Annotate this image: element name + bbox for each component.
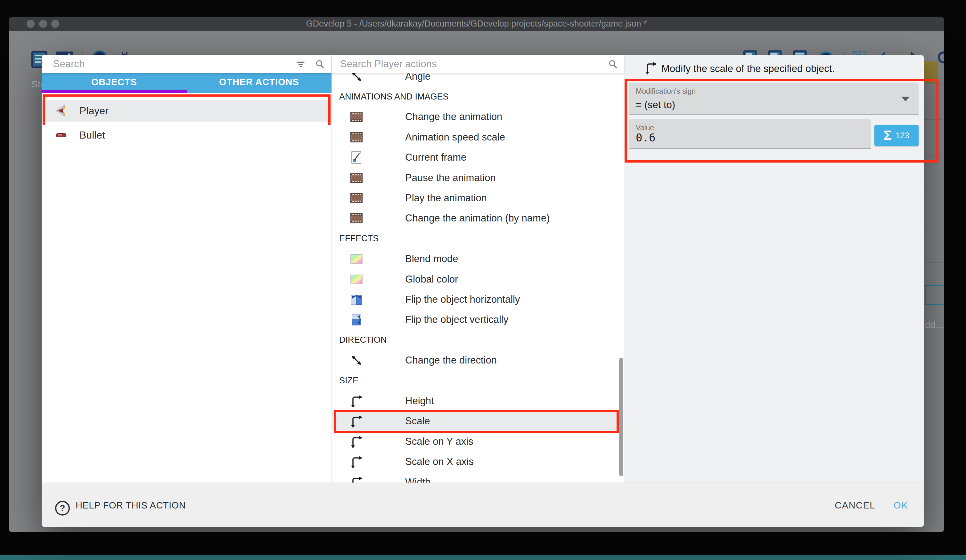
title-bar: GDevelop 5 - /Users/dkarakay/Documents/G… [9, 16, 944, 31]
value-input[interactable]: Value 0.6 [629, 119, 871, 149]
section-header: ANIMATIONS AND IMAGES [332, 87, 618, 106]
object-search-bar[interactable]: Search [42, 55, 332, 73]
action-item[interactable]: Width [332, 472, 618, 483]
object-selector-panel: Search OBJECTS OTHER ACTIONS Player Bull… [42, 55, 332, 483]
section-header: SIZE [332, 370, 618, 391]
player-ship-icon [54, 103, 69, 118]
background-add-text: dd... [925, 319, 944, 330]
color-icon [350, 272, 363, 287]
action-list-panel: Search Player actions Angle ANIMATIONS A… [332, 55, 624, 483]
search-icon [314, 59, 326, 70]
action-item[interactable]: Blend mode [332, 249, 618, 269]
film-icon [350, 171, 363, 185]
action-item[interactable]: Animation speed scale [332, 127, 618, 147]
expression-editor-button[interactable]: Σ 123 [874, 125, 918, 146]
dialog-footer: ? HELP FOR THIS ACTION CANCEL OK [42, 483, 924, 527]
size-icon [350, 414, 363, 428]
action-item[interactable]: Scale on Y axis [332, 431, 618, 452]
window-title: GDevelop 5 - /Users/dkarakay/Documents/G… [9, 16, 944, 31]
frame-icon [350, 151, 363, 164]
expression-button-label: 123 [895, 131, 909, 141]
background-event-sheet: dd... [924, 47, 944, 532]
film-icon [350, 211, 363, 225]
field-value: = (set to) [636, 99, 675, 111]
film-icon [350, 110, 363, 124]
size-icon [350, 394, 363, 408]
size-icon [350, 435, 363, 449]
section-header: EFFECTS [332, 228, 618, 249]
action-item[interactable]: Global color [332, 269, 618, 289]
field-label: Modification's sign [636, 87, 696, 96]
film-icon [350, 191, 363, 205]
film-icon [350, 130, 363, 144]
object-tabs: OBJECTS OTHER ACTIONS [42, 73, 332, 93]
chevron-down-icon[interactable] [901, 97, 910, 102]
action-item[interactable]: Change the direction [332, 350, 618, 370]
background-selected-action [924, 61, 938, 83]
object-item[interactable]: Player [42, 100, 332, 121]
direction-icon [350, 353, 363, 367]
bullet-icon [54, 128, 69, 142]
sigma-icon: Σ [884, 128, 892, 143]
action-item[interactable]: Flip the object horizontally [332, 289, 618, 309]
action-search-input[interactable]: Search Player actions [340, 55, 437, 73]
object-search-input[interactable]: Search [53, 55, 85, 73]
action-search-bar[interactable]: Search Player actions [332, 55, 624, 73]
action-parameters-panel: Modify the scale of the specified object… [624, 55, 924, 483]
action-item[interactable]: Change the animation (by name) [332, 208, 618, 228]
size-icon [350, 455, 363, 469]
action-item[interactable]: Angle [332, 73, 618, 87]
ok-button[interactable]: OK [894, 500, 908, 511]
action-item[interactable]: Scale on X axis [332, 452, 618, 472]
angle-icon [350, 73, 363, 84]
size-icon [350, 475, 363, 483]
tab-other-actions[interactable]: OTHER ACTIONS [187, 73, 332, 93]
blend-icon [350, 252, 363, 266]
action-item[interactable]: Play the animation [332, 188, 618, 208]
background-add-action-outline [925, 285, 944, 305]
search-icon [607, 59, 619, 70]
scrollbar-thumb[interactable] [619, 358, 623, 476]
action-editor-dialog: Search OBJECTS OTHER ACTIONS Player Bull… [42, 55, 924, 527]
desktop-edge [0, 555, 966, 560]
object-item[interactable]: Bullet [42, 125, 332, 145]
action-item[interactable]: Height [332, 391, 618, 411]
field-label: Value [636, 123, 654, 132]
action-description: Modify the scale of the specified object… [661, 55, 835, 83]
field-value[interactable]: 0.6 [636, 131, 656, 144]
section-header: DIRECTION [332, 330, 618, 350]
action-item[interactable]: Current frame [332, 147, 618, 168]
help-icon[interactable]: ? [55, 501, 70, 516]
flip-h-icon [350, 293, 363, 306]
action-item[interactable]: Change the animation [332, 107, 618, 127]
action-item[interactable]: Flip the object vertically [332, 310, 618, 330]
filter-icon[interactable] [295, 59, 307, 70]
modification-sign-select[interactable]: Modification's sign = (set to) [629, 83, 918, 115]
flip-v-icon [350, 313, 363, 327]
cancel-button[interactable]: CANCEL [835, 500, 876, 511]
action-list: Angle ANIMATIONS AND IMAGES Change the a… [332, 73, 624, 483]
action-item[interactable]: Scale [332, 411, 618, 431]
tab-objects[interactable]: OBJECTS [42, 73, 187, 93]
action-item[interactable]: Pause the animation [332, 168, 618, 188]
scale-action-icon [644, 61, 658, 75]
help-button[interactable]: HELP FOR THIS ACTION [76, 500, 186, 511]
object-list: Player Bullet [42, 93, 332, 145]
